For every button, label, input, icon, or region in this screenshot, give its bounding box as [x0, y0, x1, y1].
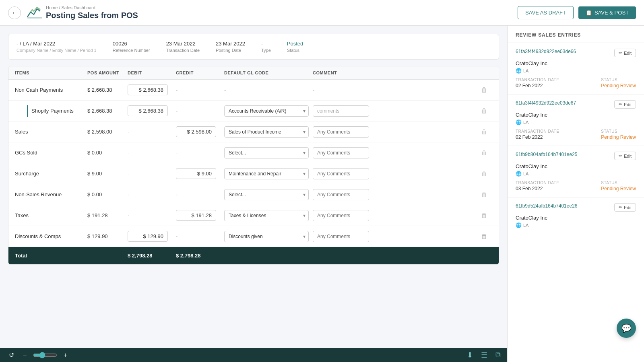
gl-select[interactable]: Select...	[224, 189, 309, 200]
svg-rect-0	[27, 17, 42, 19]
credit-input[interactable]	[176, 210, 216, 221]
delete-button[interactable]: 🗑	[476, 212, 492, 219]
comment-input[interactable]	[313, 210, 369, 221]
comment-input[interactable]	[313, 147, 369, 158]
credit-cell: -	[176, 87, 224, 93]
period-group: - / LA / Mar 2022 Company Name / Entity …	[17, 41, 97, 53]
post-date-label: Posting Date	[216, 48, 245, 53]
zoom-in-button[interactable]: +	[61, 351, 70, 360]
refresh-button[interactable]: ↺	[6, 350, 17, 360]
comment-input[interactable]	[313, 231, 369, 242]
tx-date-value: 02 Feb 2022	[516, 134, 559, 140]
delete-button[interactable]: 🗑	[476, 107, 492, 115]
table-header: ITEMS POS AMOUNT DEBIT CREDIT DEFAULT GL…	[8, 66, 499, 80]
delete-button[interactable]: 🗑	[476, 191, 492, 198]
breadcrumb: Home / Sales Dashboard	[46, 5, 138, 10]
gl-select[interactable]: Discounts given	[224, 231, 309, 242]
delete-button[interactable]: 🗑	[476, 128, 492, 136]
company-location: 🌐 LA	[516, 222, 636, 228]
comment-input[interactable]	[313, 168, 369, 179]
comment-input[interactable]	[313, 189, 369, 200]
copy-icon[interactable]: ⧉	[495, 351, 501, 359]
entry-card: 61fb9d524afb164b7401ee26 ✏ Edit CratoCla…	[508, 197, 644, 238]
gl-select[interactable]: Select...	[224, 147, 309, 158]
debit-cell: -	[128, 171, 176, 177]
top-bar: ← Home / Sales Dashboard Posting Sales f…	[0, 0, 644, 26]
status-value: Pending Review	[601, 83, 636, 88]
entry-meta: Transaction Date 02 Feb 2022 Status Pend…	[516, 78, 636, 88]
indent-bar	[27, 105, 28, 117]
edit-icon: ✏	[619, 50, 622, 56]
gl-select[interactable]: Taxes & Licenses	[224, 210, 309, 221]
status-group: Status Pending Review	[601, 129, 636, 140]
tx-date-label: Transaction Date	[516, 129, 559, 134]
entry-id: 61fa3f4f4932d922ee03de66	[516, 49, 576, 54]
edit-button[interactable]: ✏ Edit	[614, 100, 636, 109]
gl-select[interactable]: Sales of Product Income	[224, 126, 309, 138]
pos-amount: $ 129.90	[87, 233, 128, 239]
credit-input[interactable]	[176, 168, 216, 179]
info-bar: - / LA / Mar 2022 Company Name / Entity …	[8, 34, 499, 60]
col-debit: DEBIT	[128, 70, 176, 75]
back-button[interactable]: ←	[8, 6, 21, 19]
entry-id: 61fb9b804afb164b7401ee25	[516, 152, 578, 157]
item-name: GCs Sold	[15, 150, 87, 156]
col-credit: CREDIT	[176, 70, 224, 75]
status-group: Status Pending Review	[601, 181, 636, 191]
download-icon[interactable]: ⬇	[467, 351, 473, 360]
company-name: CratoClay Inc	[516, 215, 636, 221]
footer-debit: $ 2,798.28	[128, 253, 176, 259]
comment-input[interactable]	[313, 126, 369, 138]
gl-select-wrapper: Select...	[224, 147, 309, 158]
company-name: CratoClay Inc	[516, 112, 636, 118]
comment-cell: -	[313, 87, 476, 93]
delete-button[interactable]: 🗑	[476, 86, 492, 94]
credit-input[interactable]	[176, 126, 216, 137]
delete-button[interactable]: 🗑	[476, 149, 492, 156]
save-draft-button[interactable]: SAVE AS DRAFT	[518, 6, 574, 19]
entry-card: 61fa3f4f4932d922ee03de66 ✏ Edit CratoCla…	[508, 43, 644, 95]
delete-button[interactable]: 🗑	[476, 233, 492, 240]
post-date-value: 23 Mar 2022	[216, 41, 245, 47]
delete-button[interactable]: 🗑	[476, 170, 492, 177]
debit-input[interactable]	[128, 105, 168, 116]
item-name: Shopify Payments	[15, 105, 87, 117]
credit-cell: -	[176, 191, 224, 197]
gl-select-wrapper: Accounts Receivable (A/R)	[224, 105, 309, 117]
list-icon[interactable]: ☰	[481, 351, 487, 360]
comment-input[interactable]	[313, 105, 369, 117]
gl-select[interactable]: Accounts Receivable (A/R)	[224, 105, 309, 117]
globe-icon: 🌐	[516, 119, 522, 125]
zoom-slider[interactable]	[33, 352, 57, 358]
main-layout: - / LA / Mar 2022 Company Name / Entity …	[0, 26, 644, 362]
company-location: 🌐 LA	[516, 171, 636, 177]
gl-select-wrapper: Discounts given	[224, 231, 309, 242]
company-location: 🌐 LA	[516, 119, 636, 125]
edit-button[interactable]: ✏ Edit	[614, 152, 636, 160]
status-label: Status	[601, 129, 636, 134]
entry-id: 61fb9d524afb164b7401ee26	[516, 203, 578, 209]
gl-cell: -	[224, 87, 313, 93]
footer-label: Total	[15, 253, 87, 259]
table-footer: Total $ 2,798.28 $ 2,798.28	[8, 247, 499, 264]
back-icon: ←	[12, 10, 17, 16]
debit-input[interactable]	[128, 231, 168, 242]
debit-cell: -	[128, 212, 176, 218]
credit-cell: -	[176, 108, 224, 114]
debit-cell: -	[128, 150, 176, 156]
period-value: - / LA / Mar 2022	[17, 41, 97, 47]
debit-input[interactable]	[128, 84, 168, 95]
table-row: Discounts & Comps $ 129.90 - Discounts g…	[8, 226, 499, 247]
zoom-out-button[interactable]: −	[21, 351, 29, 360]
pos-amount: $ 0.00	[87, 191, 128, 197]
edit-button[interactable]: ✏ Edit	[614, 203, 636, 212]
gl-select[interactable]: Maintenance and Repair	[224, 168, 309, 179]
save-post-button[interactable]: 📋 SAVE & POST	[578, 6, 636, 19]
item-name: Non Cash Payments	[15, 87, 87, 93]
edit-button[interactable]: ✏ Edit	[614, 49, 636, 57]
pos-amount: $ 191.28	[87, 212, 128, 218]
ref-value: 00026	[113, 41, 150, 47]
company-location: 🌐 LA	[516, 68, 636, 74]
status-group: Status Pending Review	[601, 78, 636, 88]
chat-bubble-button[interactable]: 💬	[617, 319, 636, 338]
